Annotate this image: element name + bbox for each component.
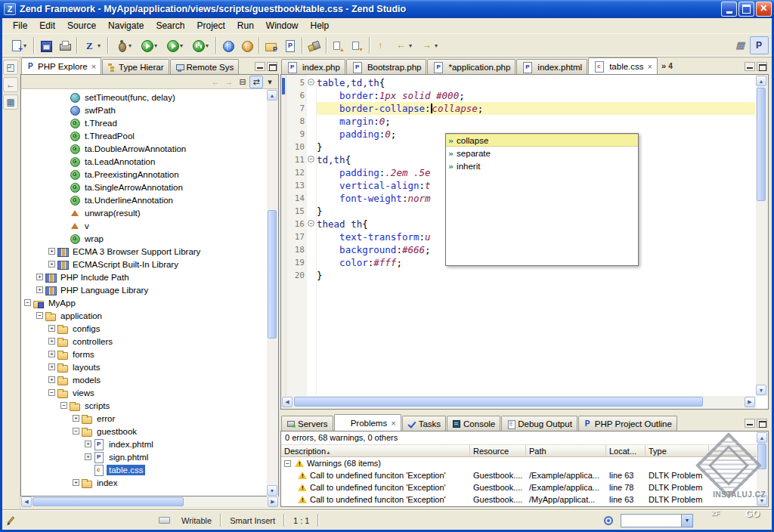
menu-navigate[interactable]: Navigate bbox=[102, 19, 150, 32]
panel-minimize-button[interactable] bbox=[745, 62, 755, 71]
tree-item[interactable]: t.ThreadPool bbox=[21, 129, 278, 142]
menu-source[interactable]: Source bbox=[61, 19, 102, 32]
tree-item[interactable]: +forms bbox=[21, 348, 278, 360]
expand-icon[interactable]: + bbox=[36, 286, 43, 293]
show-view-button[interactable]: ← bbox=[3, 77, 18, 92]
title-bar[interactable]: Z Zend Framework - MyApp/application/vie… bbox=[0, 0, 774, 18]
tab-overflow-button[interactable]: 4 bbox=[661, 61, 673, 71]
collapse-icon[interactable]: − bbox=[48, 389, 55, 396]
fold-collapse-icon[interactable]: − bbox=[308, 156, 314, 162]
next-annotation-button[interactable] bbox=[348, 36, 367, 54]
tree-item[interactable]: +index.phtml bbox=[21, 438, 278, 450]
collapse-icon[interactable]: − bbox=[36, 312, 43, 319]
tab-close-icon[interactable] bbox=[90, 62, 96, 71]
panel-minimize-button[interactable] bbox=[745, 419, 755, 428]
tree-item[interactable]: +PHP Include Path bbox=[21, 271, 278, 283]
expand-icon[interactable]: + bbox=[48, 351, 55, 357]
expand-icon[interactable]: + bbox=[36, 274, 43, 280]
tab-php-explore[interactable]: PHP Explore bbox=[21, 57, 101, 74]
new-wizard-button[interactable] bbox=[5, 36, 31, 54]
new-php-file-button[interactable] bbox=[280, 36, 299, 54]
menu-window[interactable]: Window bbox=[260, 19, 305, 32]
tree-item[interactable]: unwrap(result) bbox=[21, 206, 278, 219]
tree-item[interactable]: wrap bbox=[21, 232, 278, 245]
tree-item[interactable]: +ECMAScript Built-In Library bbox=[21, 258, 278, 271]
panel-maximize-button[interactable] bbox=[757, 419, 767, 428]
tree-item[interactable]: t.Thread bbox=[21, 116, 278, 129]
expand-icon[interactable]: + bbox=[73, 479, 79, 486]
completion-item[interactable]: collapse bbox=[446, 134, 638, 147]
tree-item[interactable]: −views bbox=[21, 386, 278, 399]
zend-tool-button[interactable] bbox=[79, 36, 105, 54]
expand-icon[interactable]: + bbox=[85, 441, 91, 447]
close-button[interactable] bbox=[756, 2, 772, 17]
tree-item[interactable]: swfPath bbox=[21, 104, 278, 116]
tree-item[interactable]: ta.LeadAnnotation bbox=[21, 155, 278, 168]
tree-item[interactable]: +controllers bbox=[21, 335, 278, 348]
code-line[interactable]: margin:0; bbox=[317, 115, 755, 128]
new-php-project-button[interactable] bbox=[262, 36, 280, 54]
tree-item[interactable]: +models bbox=[21, 373, 278, 386]
code-line[interactable]: } bbox=[317, 269, 755, 282]
previous-annotation-button[interactable] bbox=[329, 36, 348, 54]
profile-button[interactable] bbox=[187, 36, 213, 54]
menu-help[interactable]: Help bbox=[305, 19, 336, 32]
column-header-type[interactable]: Type bbox=[646, 445, 709, 456]
tab-bootstrap-php[interactable]: Bootstrap.php bbox=[346, 59, 427, 74]
expand-icon[interactable]: + bbox=[48, 338, 55, 345]
tree-item[interactable]: v bbox=[21, 219, 278, 232]
back-button[interactable] bbox=[391, 36, 416, 54]
collapse-icon[interactable]: − bbox=[60, 402, 67, 409]
web-services-button[interactable] bbox=[218, 36, 237, 54]
tab-index-phtml[interactable]: index.phtml bbox=[516, 59, 587, 74]
tab-tasks[interactable]: Tasks bbox=[402, 416, 446, 431]
problems-group-row[interactable]: −Warnings (68 items) bbox=[281, 457, 768, 469]
tab-debug-output[interactable]: Debug Output bbox=[501, 416, 577, 431]
combo-dropdown-icon[interactable]: ▼ bbox=[681, 515, 692, 527]
php-perspective-button[interactable] bbox=[750, 36, 769, 54]
menu-run[interactable]: Run bbox=[231, 19, 260, 32]
expand-icon[interactable]: + bbox=[48, 376, 55, 383]
forward-icon[interactable]: → bbox=[222, 76, 236, 88]
save-button[interactable] bbox=[36, 36, 55, 54]
minimize-button[interactable] bbox=[721, 2, 737, 17]
tab-close-icon[interactable] bbox=[389, 419, 395, 428]
view-menu-icon[interactable]: ▾ bbox=[263, 76, 277, 88]
code-line[interactable]: table,td,th{ bbox=[317, 76, 755, 89]
tree-item[interactable]: −MyApp bbox=[21, 296, 278, 309]
project-tree[interactable]: setTimeout(func, delay)swfPatht.Threadt.… bbox=[20, 89, 279, 496]
expand-icon[interactable]: + bbox=[48, 325, 55, 332]
code-line[interactable]: border-collapse:collapse; bbox=[317, 102, 755, 115]
tab-servers[interactable]: Servers bbox=[281, 416, 333, 431]
tree-item[interactable]: +layouts bbox=[21, 360, 278, 373]
panel-maximize-button[interactable] bbox=[267, 62, 277, 71]
expand-icon[interactable]: + bbox=[48, 261, 55, 268]
tree-item[interactable]: +index bbox=[21, 476, 278, 489]
tab-table-css[interactable]: table.css bbox=[588, 57, 658, 74]
editor-horizontal-scrollbar[interactable]: ◀ ▶ bbox=[281, 396, 756, 409]
tree-item[interactable]: +configs bbox=[21, 322, 278, 335]
tab-index-php[interactable]: index.php bbox=[281, 59, 345, 74]
tree-horizontal-scrollbar[interactable]: ◀ ▶ bbox=[20, 496, 279, 507]
menu-search[interactable]: Search bbox=[150, 19, 190, 32]
last-edit-location-button[interactable] bbox=[372, 36, 391, 54]
expand-icon[interactable]: + bbox=[73, 415, 79, 422]
tab--application-php[interactable]: *application.php bbox=[427, 59, 515, 74]
completion-item[interactable]: separate bbox=[446, 147, 638, 159]
debug-button[interactable] bbox=[110, 36, 136, 54]
outline-fast-view-button[interactable]: ▦ bbox=[3, 94, 18, 110]
search-button[interactable] bbox=[305, 36, 324, 54]
expand-icon[interactable]: + bbox=[48, 248, 55, 255]
annotation-ruler[interactable] bbox=[281, 75, 286, 396]
tree-item[interactable]: −application bbox=[21, 309, 278, 322]
tree-item[interactable]: ta.DoubleArrowAnnotation bbox=[21, 142, 278, 155]
tab-close-icon[interactable] bbox=[646, 62, 652, 71]
tree-item[interactable]: +ECMA 3 Browser Support Library bbox=[21, 245, 278, 258]
tab-problems[interactable]: Problems bbox=[334, 414, 401, 431]
run-external-button[interactable] bbox=[162, 36, 187, 54]
expand-icon[interactable]: + bbox=[48, 363, 55, 370]
panel-maximize-button[interactable] bbox=[757, 62, 767, 71]
collapse-icon[interactable]: − bbox=[73, 428, 79, 435]
expand-icon[interactable]: + bbox=[85, 453, 91, 460]
tree-item[interactable]: −guestbook bbox=[21, 425, 278, 438]
